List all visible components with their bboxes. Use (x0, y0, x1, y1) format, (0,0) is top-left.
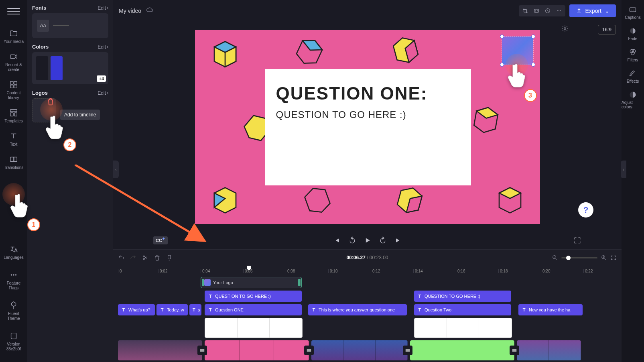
right-rail: Captions Fade Filters Effects Adjust col… (622, 0, 644, 362)
rail-languages[interactable]: Languages (1, 241, 26, 264)
font-card[interactable]: Aa (32, 13, 108, 38)
rail-content-library[interactable]: Content library (1, 76, 26, 104)
redo-icon[interactable] (130, 254, 136, 261)
text-clip[interactable]: TNow you have the ha (518, 304, 583, 315)
zoom-slider[interactable] (561, 257, 597, 258)
rail-your-media[interactable]: Your media (1, 25, 26, 48)
rewind-icon[interactable] (348, 236, 356, 244)
zoom-in-icon[interactable] (601, 254, 607, 261)
delete-icon[interactable] (154, 254, 160, 261)
transition-badge[interactable] (304, 346, 314, 355)
text-clip[interactable]: Ts (189, 304, 201, 315)
rr-label: Fade (628, 37, 638, 41)
rr-effects[interactable]: Effects (627, 69, 639, 83)
rail-templates[interactable]: Templates (1, 104, 26, 128)
rr-adjust-colors[interactable]: Adjust colors (622, 91, 644, 109)
canvas-tools-pill (519, 5, 565, 16)
video-clip[interactable] (205, 340, 309, 360)
collapse-right-panel-button[interactable]: › (621, 161, 626, 178)
rr-fade[interactable]: Fade (628, 27, 638, 41)
transition-badge[interactable] (197, 346, 207, 355)
ruler-tick: 0:02 (158, 269, 167, 273)
white-clip[interactable] (414, 318, 512, 338)
video-clip[interactable] (410, 340, 514, 360)
cube-decoration (207, 36, 243, 72)
transition-badge[interactable] (403, 346, 412, 355)
marker-icon[interactable] (166, 254, 173, 261)
color-swatch[interactable] (51, 56, 63, 80)
pip-icon[interactable] (544, 8, 551, 14)
undo-icon[interactable] (118, 254, 124, 261)
timeline-ruler[interactable]: 0 0:02 0:04 0:06 0:08 0:10 0:12 0:14 0:1… (113, 266, 622, 275)
text-clip[interactable]: TThis is where you answer question one (308, 304, 407, 315)
rail-text[interactable]: Text (1, 128, 26, 151)
rr-filters[interactable]: Filters (627, 48, 638, 62)
help-button[interactable]: ? (578, 202, 593, 218)
forward-icon[interactable] (379, 236, 387, 244)
cube-decoration (492, 182, 528, 218)
text-card[interactable]: QUESTION ONE: QUESTION TO GO HERE :) (265, 69, 471, 185)
tutorial-pointer-2 (44, 114, 68, 142)
color-swatch[interactable] (36, 56, 48, 80)
logos-edit-link[interactable]: Edit › (98, 90, 108, 96)
timeline-body[interactable]: 0 0:02 0:04 0:06 0:08 0:10 0:12 0:14 0:1… (113, 266, 622, 362)
video-clip[interactable] (118, 340, 202, 360)
text-clip[interactable]: TQUESTION TO GO HERE :) (414, 291, 511, 302)
video-clip[interactable] (517, 340, 581, 360)
split-icon[interactable] (142, 254, 148, 261)
rr-label: Captions (625, 15, 640, 20)
timeline-toolbar: 00:06.27 / 00:23.00 (113, 250, 622, 266)
svg-point-18 (559, 10, 559, 11)
rail-fluent-theme[interactable]: Fluent Theme (1, 297, 26, 325)
playhead[interactable] (249, 266, 249, 362)
cube-decoration (465, 99, 506, 140)
white-clip[interactable] (205, 318, 303, 338)
export-button[interactable]: Export ⌄ (569, 4, 616, 17)
project-title[interactable]: My video (119, 8, 141, 14)
text-clip[interactable]: TWhat's up? (118, 304, 155, 315)
fullscreen-icon[interactable] (573, 236, 581, 244)
svg-rect-1 (10, 81, 13, 84)
rail-transitions[interactable]: Transitions (1, 151, 26, 174)
zoom-out-icon[interactable] (552, 254, 558, 261)
text-clip[interactable]: TQuestion ONE (205, 304, 302, 315)
cube-decoration (207, 182, 243, 218)
tutorial-step-2-badge: 2 (63, 138, 76, 151)
svg-point-11 (13, 274, 14, 276)
transition-badge[interactable] (510, 346, 519, 355)
timeline-time: 00:06.27 / 00:23.00 (346, 255, 388, 260)
colors-edit-link[interactable]: Edit › (98, 44, 108, 50)
play-icon[interactable] (364, 236, 372, 244)
svg-point-29 (632, 49, 635, 53)
more-colors-badge[interactable]: +4 (97, 75, 106, 82)
rail-label: Record & create (2, 63, 25, 72)
canvas-subheading: QUESTION TO GO HERE :) (276, 109, 460, 120)
rail-feature-flags[interactable]: Feature Flags (1, 266, 26, 295)
rail-record-create[interactable]: Record & create (1, 48, 26, 76)
upload-icon (576, 8, 582, 14)
video-clip[interactable] (311, 340, 408, 360)
zoom-fit-icon[interactable] (610, 254, 617, 261)
rail-version[interactable]: Version 85e2b0f (1, 327, 26, 356)
fonts-edit-link[interactable]: Edit › (98, 5, 108, 11)
skip-back-icon[interactable] (333, 236, 341, 244)
tutorial-step-3-badge: 3 (524, 89, 537, 102)
text-clip[interactable]: TQUESTION TO GO HERE :) (205, 291, 302, 302)
svg-rect-26 (630, 8, 636, 12)
colors-card[interactable]: +4 (32, 52, 108, 84)
logo-clip[interactable]: Your Logo (201, 277, 302, 288)
text-clip[interactable]: TToday, w (156, 304, 188, 315)
colors-heading: Colors (32, 44, 49, 50)
menu-button[interactable] (7, 5, 20, 18)
settings-button[interactable] (561, 25, 569, 34)
canvas[interactable]: QUESTION ONE: QUESTION TO GO HERE :) 3 (195, 30, 540, 224)
skip-forward-icon[interactable] (394, 236, 402, 244)
svg-rect-3 (10, 85, 13, 88)
text-clip[interactable]: TQuestion Two: (414, 304, 511, 315)
more-icon[interactable] (556, 8, 562, 14)
crop-icon[interactable] (522, 8, 528, 14)
fit-icon[interactable] (533, 8, 540, 14)
sync-icon (146, 6, 153, 15)
aspect-ratio-badge[interactable]: 16:9 (598, 25, 616, 35)
rr-captions[interactable]: Captions (625, 6, 640, 20)
